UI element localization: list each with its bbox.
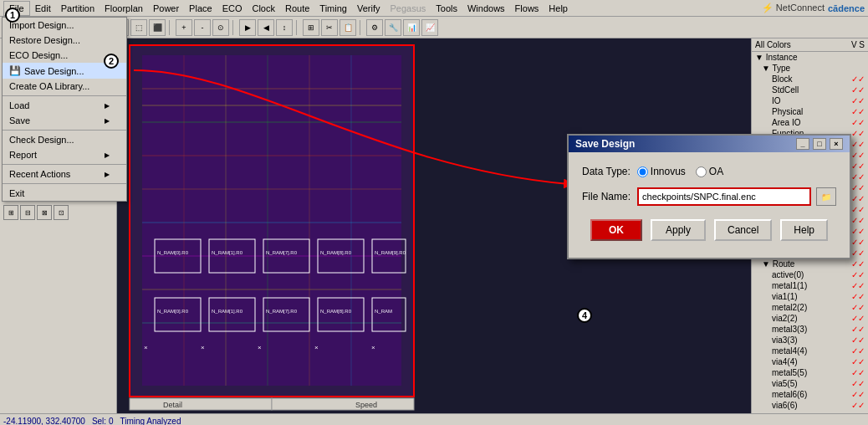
toolbar-btn-21[interactable]: 📈 bbox=[421, 19, 438, 36]
save-design-dialog: Save Design _ □ × Data Type: Innovus bbox=[567, 134, 851, 259]
toolbar-separator-6 bbox=[360, 20, 363, 35]
toolbar-btn-17[interactable]: 📋 bbox=[340, 19, 356, 36]
arrow-icon: ▶ bbox=[105, 102, 110, 110]
toolbar-btn-13[interactable]: ◀ bbox=[258, 19, 274, 36]
svg-text:×: × bbox=[314, 344, 319, 351]
file-browse-button[interactable]: 📁 bbox=[816, 187, 836, 206]
toolbar-separator-3 bbox=[169, 20, 172, 35]
menu-item-load[interactable]: Load ▶ bbox=[3, 98, 126, 113]
menu-help[interactable]: Help bbox=[544, 2, 573, 15]
toolbar-btn-7[interactable]: ⬚ bbox=[130, 19, 147, 36]
radio-innovus-label: Innovus bbox=[651, 166, 686, 177]
svg-text:N_RAM[0].R0: N_RAM[0].R0 bbox=[157, 309, 189, 314]
svg-rect-42 bbox=[130, 398, 272, 410]
radio-oa-label: OA bbox=[709, 166, 723, 177]
dialog-close-btn[interactable]: × bbox=[830, 138, 843, 150]
toolbar-btn-15[interactable]: ⊞ bbox=[303, 19, 319, 36]
app-window: File Edit Partition Floorplan Power Plac… bbox=[0, 0, 868, 425]
toolbar-btn-14[interactable]: ↕ bbox=[276, 19, 293, 36]
annotation-1: 1 bbox=[5, 8, 20, 23]
sidebar-btn-misc2[interactable]: ⊟ bbox=[20, 205, 35, 220]
tree-block: Block✓✓ bbox=[752, 74, 868, 84]
menu-windows[interactable]: Windows bbox=[462, 2, 510, 15]
menu-item-restore[interactable]: Restore Design... bbox=[3, 33, 126, 48]
tree-io: IO✓✓ bbox=[752, 95, 868, 106]
tree-stdcell: StdCell✓✓ bbox=[752, 84, 868, 95]
dialog-buttons: OK Apply Cancel Help bbox=[582, 216, 836, 248]
svg-text:×: × bbox=[371, 344, 375, 351]
svg-text:N_RAM[1].R0: N_RAM[1].R0 bbox=[212, 309, 243, 314]
menu-flows[interactable]: Flows bbox=[510, 2, 544, 15]
toolbar-btn-11[interactable]: ⊙ bbox=[212, 19, 229, 36]
menu-pegasus[interactable]: Pegasus bbox=[385, 2, 431, 15]
toolbar-btn-16[interactable]: ✂ bbox=[321, 19, 338, 36]
svg-rect-44 bbox=[272, 398, 414, 410]
toolbar-btn-20[interactable]: 📊 bbox=[403, 19, 420, 36]
cadence-logo: cādence bbox=[828, 3, 865, 13]
menu-route[interactable]: Route bbox=[280, 2, 314, 15]
help-button[interactable]: Help bbox=[780, 219, 828, 241]
radio-innovus[interactable] bbox=[637, 166, 648, 177]
toolbar-btn-19[interactable]: 🔧 bbox=[385, 19, 401, 36]
svg-text:×: × bbox=[258, 344, 262, 351]
dialog-minimize-btn[interactable]: _ bbox=[796, 138, 809, 150]
tree-active: active(0)✓✓ bbox=[752, 269, 868, 280]
tree-via2: via2(2)✓✓ bbox=[752, 313, 868, 324]
tree-metal5: metal5(5)✓✓ bbox=[752, 367, 868, 378]
sidebar-btn-misc1[interactable]: ⊞ bbox=[3, 205, 18, 220]
sidebar-btn-misc4[interactable]: ⊡ bbox=[54, 205, 69, 220]
tree-physical: Physical✓✓ bbox=[752, 106, 868, 117]
menu-item-import[interactable]: Import Design... bbox=[3, 18, 126, 33]
toolbar-btn-18[interactable]: ⚙ bbox=[366, 19, 383, 36]
toolbar-btn-9[interactable]: + bbox=[176, 19, 192, 36]
radio-oa-item: OA bbox=[696, 166, 723, 177]
tree-metal4: metal4(4)✓✓ bbox=[752, 346, 868, 356]
file-dropdown-menu[interactable]: Import Design... Restore Design... ECO D… bbox=[2, 17, 127, 202]
menu-edit[interactable]: Edit bbox=[30, 2, 56, 15]
dialog-body: Data Type: Innovus OA File Name: bbox=[569, 152, 850, 258]
tree-via4: via4(4)✓✓ bbox=[752, 356, 868, 367]
ok-button[interactable]: OK bbox=[590, 219, 642, 241]
menu-eco[interactable]: ECO bbox=[217, 2, 248, 15]
toolbar-separator-5 bbox=[296, 20, 299, 35]
status-bar: -24.11900, 332.40700 Sel: 0 Timing Analy… bbox=[0, 413, 868, 425]
dialog-title-controls: _ □ × bbox=[796, 138, 843, 150]
tree-via5: via5(5)✓✓ bbox=[752, 378, 868, 389]
menu-timing[interactable]: Timing bbox=[314, 2, 352, 15]
arrow-icon-save: ▶ bbox=[105, 117, 110, 125]
menu-item-save[interactable]: Save ▶ bbox=[3, 113, 126, 128]
menu-item-recent-actions[interactable]: Recent Actions ▶ bbox=[3, 166, 126, 182]
menu-item-exit[interactable]: Exit bbox=[3, 186, 126, 201]
menu-partition[interactable]: Partition bbox=[56, 2, 100, 15]
file-name-input[interactable] bbox=[637, 187, 811, 206]
menu-power[interactable]: Power bbox=[148, 2, 184, 15]
svg-text:N_RAM: N_RAM bbox=[375, 309, 392, 314]
toolbar-btn-8[interactable]: ⬛ bbox=[149, 19, 166, 36]
cancel-button[interactable]: Cancel bbox=[714, 219, 772, 241]
menu-place[interactable]: Place bbox=[184, 2, 217, 15]
sidebar-btn-misc3[interactable]: ⊠ bbox=[37, 205, 52, 220]
status-selection: Sel: 0 bbox=[92, 417, 114, 425]
menu-floorplan[interactable]: Floorplan bbox=[100, 2, 148, 15]
svg-text:×: × bbox=[144, 344, 148, 351]
menu-separator-3 bbox=[3, 164, 126, 165]
menu-item-check-design[interactable]: Check Design... bbox=[3, 132, 126, 147]
menu-verify[interactable]: Verify bbox=[352, 2, 385, 15]
dialog-maximize-btn[interactable]: □ bbox=[813, 138, 826, 150]
svg-text:N_RAM[8].R0: N_RAM[8].R0 bbox=[320, 309, 352, 314]
menu-clock[interactable]: Clock bbox=[247, 2, 280, 15]
tree-via1: via1(1)✓✓ bbox=[752, 291, 868, 302]
toolbar-btn-10[interactable]: - bbox=[194, 19, 211, 36]
svg-text:N_RAM[8].R0: N_RAM[8].R0 bbox=[320, 250, 352, 255]
radio-oa[interactable] bbox=[696, 166, 707, 177]
toolbar: 📁 💾 ↩ ↪ 🔍 🔎 ⬚ ⬛ + - ⊙ ▶ ◀ ↕ ⊞ ✂ 📋 ⚙ 🔧 📊 … bbox=[0, 17, 868, 38]
menu-item-report[interactable]: Report ▶ bbox=[3, 147, 126, 162]
menu-item-create-oa[interactable]: Create OA Library... bbox=[3, 79, 126, 94]
apply-button[interactable]: Apply bbox=[651, 219, 706, 241]
file-name-row: File Name: 📁 bbox=[582, 187, 836, 206]
menu-tools[interactable]: Tools bbox=[431, 2, 462, 15]
netconnect-label: ⚡ NetConnect bbox=[762, 3, 825, 13]
toolbar-btn-12[interactable]: ▶ bbox=[239, 19, 256, 36]
tree-via3: via3(3)✓✓ bbox=[752, 335, 868, 346]
svg-text:N_RAM[1].R0: N_RAM[1].R0 bbox=[212, 250, 243, 255]
